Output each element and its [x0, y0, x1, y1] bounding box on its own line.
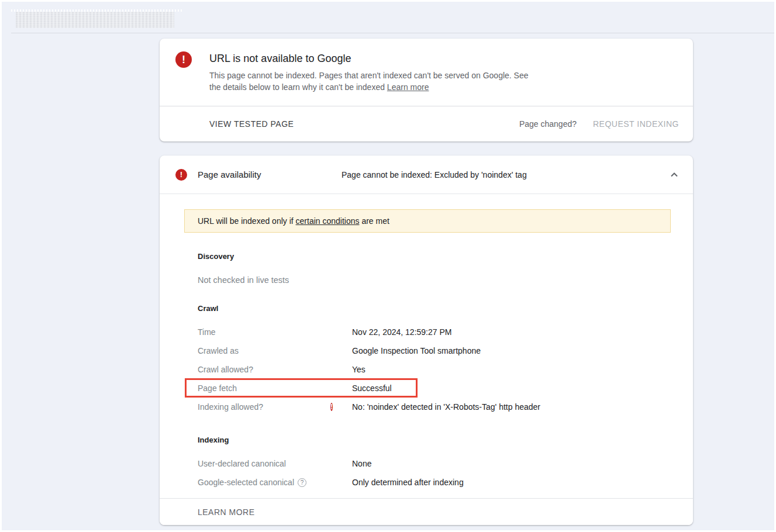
table-row-google-canonical: Google-selected canonical ? Only determi… — [160, 473, 693, 492]
error-icon: ! — [330, 403, 333, 411]
url-status-main: ! URL is not available to Google This pa… — [160, 39, 693, 106]
row-value: No: 'noindex' detected in 'X-Robots-Tag'… — [352, 402, 540, 412]
indexing-rows: User-declared canonical None Google-sele… — [160, 454, 693, 492]
certain-conditions-link[interactable]: certain conditions — [296, 216, 360, 226]
availability-card-footer: LEARN MORE — [160, 498, 693, 525]
footer-right-group: Page changed? REQUEST INDEXING — [519, 119, 679, 129]
row-value: Google Inspection Tool smartphone — [352, 346, 481, 355]
error-icon: ! — [175, 169, 187, 181]
crawl-heading: Crawl — [198, 305, 693, 313]
discovery-note: Not checked in live tests — [198, 275, 693, 285]
page-availability-card: ! Page availability Page cannot be index… — [160, 156, 693, 525]
row-label: Time — [198, 327, 330, 337]
discovery-heading: Discovery — [198, 253, 693, 261]
chevron-up-icon[interactable] — [667, 168, 681, 182]
table-row-time: Time Nov 22, 2024, 12:59:27 PM — [160, 323, 693, 341]
row-label: User-declared canonical — [198, 459, 330, 468]
row-value: Only determined after indexing — [352, 478, 464, 487]
banner-text-after: are met — [360, 216, 389, 226]
learn-more-button[interactable]: LEARN MORE — [198, 507, 255, 517]
page-changed-label: Page changed? — [519, 119, 577, 129]
row-value: None — [352, 459, 371, 468]
page-background: ! URL is not available to Google This pa… — [2, 2, 774, 530]
page-availability-title: Page availability — [198, 170, 342, 179]
status-description-line2: the details below to learn why it can't … — [209, 82, 385, 92]
view-tested-page-button[interactable]: VIEW TESTED PAGE — [209, 119, 294, 129]
row-label: Crawled as — [198, 346, 330, 355]
conditions-banner: URL will be indexed only if certain cond… — [184, 209, 671, 233]
row-label: Crawl allowed? — [198, 365, 330, 374]
row-label-text: Google-selected canonical — [198, 478, 294, 487]
row-label: Indexing allowed? — [198, 402, 330, 412]
error-icon: ! — [175, 51, 192, 68]
learn-more-link[interactable]: Learn more — [387, 82, 429, 92]
url-status-text: URL is not available to Google This page… — [209, 51, 529, 106]
url-status-card: ! URL is not available to Google This pa… — [160, 39, 693, 141]
banner-text-before: URL will be indexed only if — [198, 216, 296, 226]
table-row-user-canonical: User-declared canonical None — [160, 454, 693, 473]
request-indexing-button[interactable]: REQUEST INDEXING — [593, 119, 679, 129]
table-row-indexing-allowed: Indexing allowed? ! No: 'noindex' detect… — [160, 398, 693, 416]
crawl-rows: Time Nov 22, 2024, 12:59:27 PM Crawled a… — [160, 323, 693, 416]
status-description-line1: This page cannot be indexed. Pages that … — [209, 71, 529, 80]
row-value: Nov 22, 2024, 12:59:27 PM — [352, 327, 451, 337]
url-inspection-page: ! URL is not available to Google This pa… — [0, 0, 776, 532]
url-status-footer: VIEW TESTED PAGE Page changed? REQUEST I… — [160, 106, 693, 141]
row-label: Google-selected canonical ? — [198, 478, 330, 487]
row-value: Successful — [352, 384, 392, 393]
table-row-crawled-as: Crawled as Google Inspection Tool smartp… — [160, 341, 693, 360]
row-value: Yes — [352, 365, 365, 374]
row-icon-slot: ! — [330, 402, 352, 412]
status-description: This page cannot be indexed. Pages that … — [209, 70, 529, 93]
page-availability-status: Page cannot be indexed: Excluded by 'noi… — [342, 170, 527, 179]
row-label: Page fetch — [198, 384, 330, 393]
table-row-page-fetch: Page fetch Successful — [160, 379, 693, 398]
indexing-heading: Indexing — [198, 436, 693, 444]
page-title: URL is not available to Google — [209, 51, 529, 65]
help-icon[interactable]: ? — [298, 478, 306, 487]
banner-text: URL will be indexed only if certain cond… — [198, 216, 389, 226]
redacted-url-field[interactable] — [16, 12, 174, 28]
page-availability-header[interactable]: ! Page availability Page cannot be index… — [160, 156, 693, 194]
top-divider — [11, 33, 774, 33]
table-row-crawl-allowed: Crawl allowed? Yes — [160, 360, 693, 379]
